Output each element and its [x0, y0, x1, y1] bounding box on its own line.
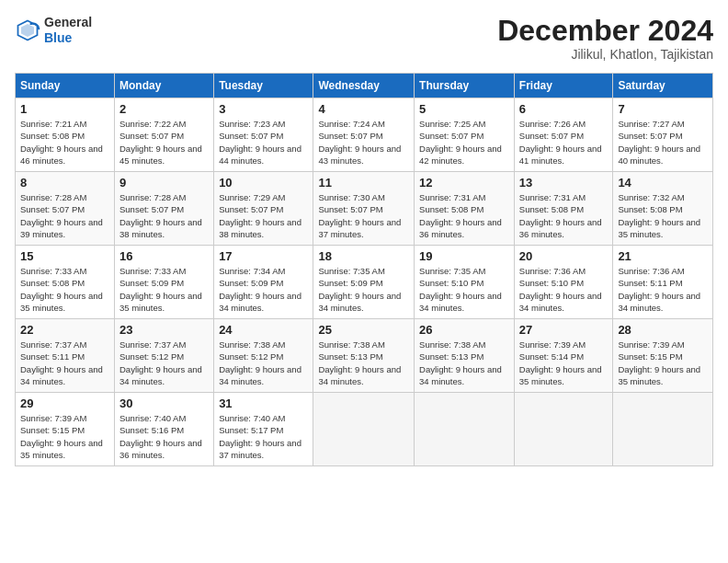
day-number: 17: [219, 249, 308, 263]
day-number: 29: [20, 396, 109, 410]
day-number: 16: [119, 249, 209, 263]
day-number: 2: [119, 102, 209, 116]
day-info: Sunrise: 7:24 AMSunset: 5:07 PMDaylight:…: [318, 118, 409, 167]
weekday-thursday: Thursday: [415, 74, 515, 98]
day-number: 19: [419, 249, 509, 263]
weekday-monday: Monday: [115, 74, 214, 98]
table-row: 4Sunrise: 7:24 AMSunset: 5:07 PMDaylight…: [313, 98, 415, 172]
day-number: 9: [119, 176, 209, 190]
day-number: 11: [318, 176, 409, 190]
day-info: Sunrise: 7:36 AMSunset: 5:10 PMDaylight:…: [519, 265, 609, 314]
table-row: 14Sunrise: 7:32 AMSunset: 5:08 PMDayligh…: [613, 172, 713, 246]
day-info: Sunrise: 7:21 AMSunset: 5:08 PMDaylight:…: [20, 118, 109, 167]
header: General Blue December 2024 Jilikul, Khat…: [15, 15, 713, 62]
day-info: Sunrise: 7:23 AMSunset: 5:07 PMDaylight:…: [219, 118, 308, 167]
weekday-sunday: Sunday: [16, 74, 115, 98]
table-row: 7Sunrise: 7:27 AMSunset: 5:07 PMDaylight…: [613, 98, 713, 172]
title-area: December 2024 Jilikul, Khatlon, Tajikist…: [497, 15, 713, 62]
day-number: 14: [618, 176, 708, 190]
table-row: [415, 393, 515, 466]
day-info: Sunrise: 7:40 AMSunset: 5:16 PMDaylight:…: [119, 412, 209, 461]
table-row: 15Sunrise: 7:33 AMSunset: 5:08 PMDayligh…: [16, 246, 115, 319]
day-number: 8: [20, 176, 109, 190]
table-row: 12Sunrise: 7:31 AMSunset: 5:08 PMDayligh…: [415, 172, 515, 246]
day-info: Sunrise: 7:27 AMSunset: 5:07 PMDaylight:…: [618, 118, 708, 167]
day-info: Sunrise: 7:39 AMSunset: 5:14 PMDaylight:…: [519, 339, 609, 387]
table-row: 24Sunrise: 7:38 AMSunset: 5:12 PMDayligh…: [214, 319, 313, 393]
day-number: 5: [419, 102, 509, 116]
table-row: 23Sunrise: 7:37 AMSunset: 5:12 PMDayligh…: [115, 319, 214, 393]
day-info: Sunrise: 7:38 AMSunset: 5:12 PMDaylight:…: [219, 339, 308, 387]
table-row: 17Sunrise: 7:34 AMSunset: 5:09 PMDayligh…: [214, 246, 313, 319]
location: Jilikul, Khatlon, Tajikistan: [497, 47, 713, 62]
day-number: 12: [419, 176, 509, 190]
day-info: Sunrise: 7:39 AMSunset: 5:15 PMDaylight:…: [618, 339, 708, 387]
day-info: Sunrise: 7:28 AMSunset: 5:07 PMDaylight:…: [20, 191, 109, 240]
table-row: 31Sunrise: 7:40 AMSunset: 5:17 PMDayligh…: [214, 393, 313, 466]
logo: General Blue: [15, 15, 92, 46]
day-info: Sunrise: 7:37 AMSunset: 5:12 PMDaylight:…: [119, 339, 209, 387]
day-number: 21: [618, 249, 708, 263]
day-info: Sunrise: 7:29 AMSunset: 5:07 PMDaylight:…: [219, 191, 308, 240]
table-row: 10Sunrise: 7:29 AMSunset: 5:07 PMDayligh…: [214, 172, 313, 246]
table-row: 26Sunrise: 7:38 AMSunset: 5:13 PMDayligh…: [415, 319, 515, 393]
table-row: [313, 393, 415, 466]
day-info: Sunrise: 7:33 AMSunset: 5:08 PMDaylight:…: [20, 265, 109, 314]
table-row: [514, 393, 613, 466]
table-row: 8Sunrise: 7:28 AMSunset: 5:07 PMDaylight…: [16, 172, 115, 246]
weekday-tuesday: Tuesday: [214, 74, 313, 98]
week-row-5: 29Sunrise: 7:39 AMSunset: 5:15 PMDayligh…: [16, 393, 713, 466]
table-row: 1Sunrise: 7:21 AMSunset: 5:08 PMDaylight…: [16, 98, 115, 172]
table-row: 19Sunrise: 7:35 AMSunset: 5:10 PMDayligh…: [415, 246, 515, 319]
day-number: 18: [318, 249, 409, 263]
table-row: 6Sunrise: 7:26 AMSunset: 5:07 PMDaylight…: [514, 98, 613, 172]
day-number: 4: [318, 102, 409, 116]
weekday-header-row: SundayMondayTuesdayWednesdayThursdayFrid…: [16, 74, 713, 98]
day-number: 3: [219, 102, 308, 116]
calendar-body: 1Sunrise: 7:21 AMSunset: 5:08 PMDaylight…: [16, 98, 713, 466]
day-info: Sunrise: 7:28 AMSunset: 5:07 PMDaylight:…: [119, 191, 209, 240]
day-number: 7: [618, 102, 708, 116]
day-number: 13: [519, 176, 609, 190]
table-row: 13Sunrise: 7:31 AMSunset: 5:08 PMDayligh…: [514, 172, 613, 246]
day-number: 1: [20, 102, 109, 116]
day-info: Sunrise: 7:36 AMSunset: 5:11 PMDaylight:…: [618, 265, 708, 314]
day-info: Sunrise: 7:26 AMSunset: 5:07 PMDaylight:…: [519, 118, 609, 167]
table-row: 21Sunrise: 7:36 AMSunset: 5:11 PMDayligh…: [613, 246, 713, 319]
day-info: Sunrise: 7:37 AMSunset: 5:11 PMDaylight:…: [20, 339, 109, 387]
weekday-saturday: Saturday: [613, 74, 713, 98]
table-row: 9Sunrise: 7:28 AMSunset: 5:07 PMDaylight…: [115, 172, 214, 246]
logo-text: General Blue: [44, 15, 92, 46]
day-info: Sunrise: 7:31 AMSunset: 5:08 PMDaylight:…: [519, 191, 609, 240]
day-number: 31: [219, 396, 308, 410]
table-row: 3Sunrise: 7:23 AMSunset: 5:07 PMDaylight…: [214, 98, 313, 172]
day-info: Sunrise: 7:38 AMSunset: 5:13 PMDaylight:…: [419, 339, 509, 387]
table-row: 22Sunrise: 7:37 AMSunset: 5:11 PMDayligh…: [16, 319, 115, 393]
weekday-wednesday: Wednesday: [313, 74, 415, 98]
day-info: Sunrise: 7:34 AMSunset: 5:09 PMDaylight:…: [219, 265, 308, 314]
day-number: 6: [519, 102, 609, 116]
table-row: 5Sunrise: 7:25 AMSunset: 5:07 PMDaylight…: [415, 98, 515, 172]
day-info: Sunrise: 7:33 AMSunset: 5:09 PMDaylight:…: [119, 265, 209, 314]
day-info: Sunrise: 7:38 AMSunset: 5:13 PMDaylight:…: [318, 339, 409, 387]
day-info: Sunrise: 7:32 AMSunset: 5:08 PMDaylight:…: [618, 191, 708, 240]
day-number: 25: [318, 323, 409, 337]
day-number: 26: [419, 323, 509, 337]
day-number: 23: [119, 323, 209, 337]
day-number: 22: [20, 323, 109, 337]
day-info: Sunrise: 7:35 AMSunset: 5:09 PMDaylight:…: [318, 265, 409, 314]
table-row: 30Sunrise: 7:40 AMSunset: 5:16 PMDayligh…: [115, 393, 214, 466]
week-row-2: 8Sunrise: 7:28 AMSunset: 5:07 PMDaylight…: [16, 172, 713, 246]
month-title: December 2024: [497, 15, 713, 47]
week-row-3: 15Sunrise: 7:33 AMSunset: 5:08 PMDayligh…: [16, 246, 713, 319]
day-info: Sunrise: 7:30 AMSunset: 5:07 PMDaylight:…: [318, 191, 409, 240]
day-info: Sunrise: 7:39 AMSunset: 5:15 PMDaylight:…: [20, 412, 109, 461]
weekday-friday: Friday: [514, 74, 613, 98]
day-info: Sunrise: 7:31 AMSunset: 5:08 PMDaylight:…: [419, 191, 509, 240]
week-row-4: 22Sunrise: 7:37 AMSunset: 5:11 PMDayligh…: [16, 319, 713, 393]
table-row: 29Sunrise: 7:39 AMSunset: 5:15 PMDayligh…: [16, 393, 115, 466]
day-number: 27: [519, 323, 609, 337]
table-row: 27Sunrise: 7:39 AMSunset: 5:14 PMDayligh…: [514, 319, 613, 393]
day-info: Sunrise: 7:22 AMSunset: 5:07 PMDaylight:…: [119, 118, 209, 167]
day-number: 20: [519, 249, 609, 263]
